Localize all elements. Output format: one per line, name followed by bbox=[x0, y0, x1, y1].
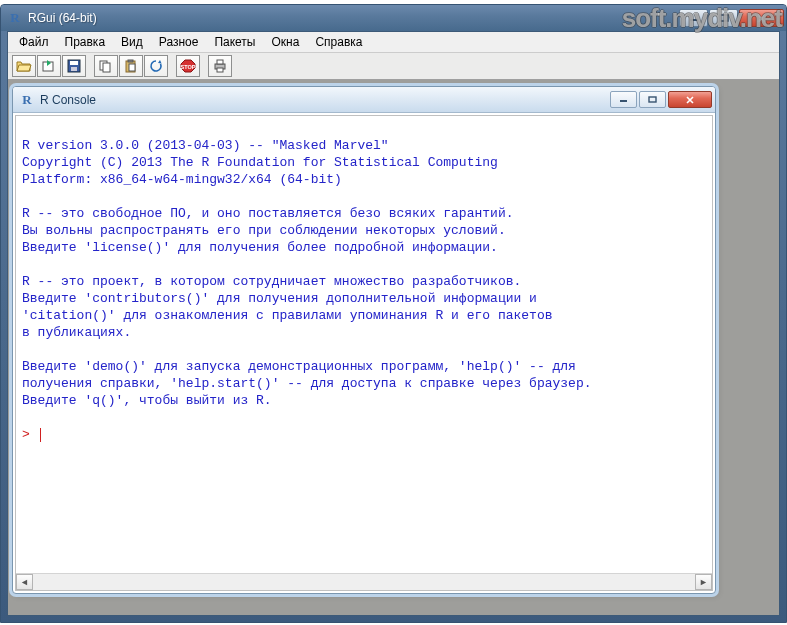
console-output[interactable]: R version 3.0.0 (2013-04-03) -- "Masked … bbox=[16, 116, 712, 573]
scroll-right-icon[interactable]: ► bbox=[695, 574, 712, 590]
mdi-area: R R Console R ve bbox=[8, 80, 779, 615]
menu-windows[interactable]: Окна bbox=[265, 33, 307, 51]
menu-misc[interactable]: Разное bbox=[152, 33, 206, 51]
print-icon[interactable] bbox=[208, 55, 232, 77]
save-icon[interactable] bbox=[62, 55, 86, 77]
load-workspace-icon[interactable] bbox=[37, 55, 61, 77]
open-icon[interactable] bbox=[12, 55, 36, 77]
toolbar: STOP bbox=[8, 52, 779, 80]
console-title: R Console bbox=[40, 93, 96, 107]
main-title: RGui (64-bit) bbox=[28, 11, 97, 25]
menu-help[interactable]: Справка bbox=[308, 33, 369, 51]
svg-rect-9 bbox=[128, 60, 133, 62]
console-body: R version 3.0.0 (2013-04-03) -- "Masked … bbox=[15, 115, 713, 591]
menu-file[interactable]: Файл bbox=[12, 33, 56, 51]
svg-rect-15 bbox=[217, 68, 223, 72]
menu-view[interactable]: Вид bbox=[114, 33, 150, 51]
svg-rect-5 bbox=[71, 67, 77, 71]
svg-text:STOP: STOP bbox=[181, 64, 196, 70]
console-minimize-button[interactable] bbox=[610, 91, 637, 108]
svg-rect-7 bbox=[103, 63, 110, 72]
console-prompt: > bbox=[22, 427, 38, 442]
svg-rect-16 bbox=[620, 100, 627, 102]
svg-rect-10 bbox=[129, 64, 135, 71]
stop-icon[interactable]: STOP bbox=[176, 55, 200, 77]
console-close-button[interactable] bbox=[668, 91, 712, 108]
svg-rect-4 bbox=[70, 61, 78, 65]
menubar: Файл Правка Вид Разное Пакеты Окна Справ… bbox=[8, 32, 779, 52]
scroll-track[interactable] bbox=[33, 574, 695, 590]
paste-icon[interactable] bbox=[119, 55, 143, 77]
svg-rect-1 bbox=[720, 15, 728, 21]
main-window: R RGui (64-bit) soft.mydiv.net Файл Прав… bbox=[0, 4, 787, 623]
main-window-controls bbox=[678, 9, 784, 27]
close-button[interactable] bbox=[739, 9, 784, 27]
maximize-button[interactable] bbox=[709, 9, 738, 27]
main-titlebar[interactable]: R RGui (64-bit) bbox=[1, 5, 786, 31]
refresh-icon[interactable] bbox=[144, 55, 168, 77]
console-titlebar[interactable]: R R Console bbox=[13, 87, 715, 113]
menu-packages[interactable]: Пакеты bbox=[207, 33, 262, 51]
minimize-button[interactable] bbox=[679, 9, 708, 27]
console-window: R R Console R ve bbox=[12, 86, 716, 594]
client-area: Файл Правка Вид Разное Пакеты Окна Справ… bbox=[7, 31, 780, 616]
svg-rect-14 bbox=[217, 60, 223, 64]
svg-rect-17 bbox=[649, 97, 656, 102]
svg-rect-0 bbox=[690, 19, 698, 21]
scroll-left-icon[interactable]: ◄ bbox=[16, 574, 33, 590]
console-maximize-button[interactable] bbox=[639, 91, 666, 108]
console-window-controls bbox=[610, 91, 712, 108]
console-icon: R bbox=[19, 92, 35, 108]
horizontal-scrollbar[interactable]: ◄ ► bbox=[16, 573, 712, 590]
menu-edit[interactable]: Правка bbox=[58, 33, 113, 51]
copy-icon[interactable] bbox=[94, 55, 118, 77]
text-caret bbox=[40, 428, 41, 442]
app-icon: R bbox=[7, 10, 23, 26]
